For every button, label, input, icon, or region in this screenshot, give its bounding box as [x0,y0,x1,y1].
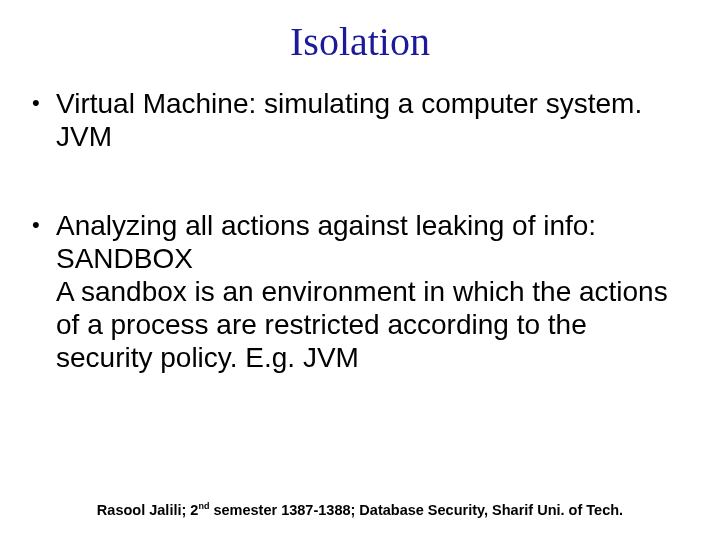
bullet-icon: • [30,209,56,374]
slide-content: • Virtual Machine: simulating a computer… [30,87,690,374]
bullet-extra: A sandbox is an environment in which the… [56,276,668,373]
bullet-lead: Analyzing all actions against leaking of… [56,210,596,274]
slide-footer: Rasool Jalili; 2nd semester 1387-1388; D… [0,501,720,518]
footer-sup: nd [198,501,209,511]
footer-rest: semester 1387-1388; Database Security, S… [209,502,623,518]
footer-author: Rasool Jalili; [97,502,190,518]
slide: Isolation • Virtual Machine: simulating … [0,0,720,540]
bullet-text: Analyzing all actions against leaking of… [56,209,690,374]
bullet-item: • Analyzing all actions against leaking … [30,209,690,374]
bullet-icon: • [30,87,56,153]
bullet-text: Virtual Machine: simulating a computer s… [56,87,690,153]
bullet-item: • Virtual Machine: simulating a computer… [30,87,690,153]
slide-title: Isolation [30,18,690,65]
